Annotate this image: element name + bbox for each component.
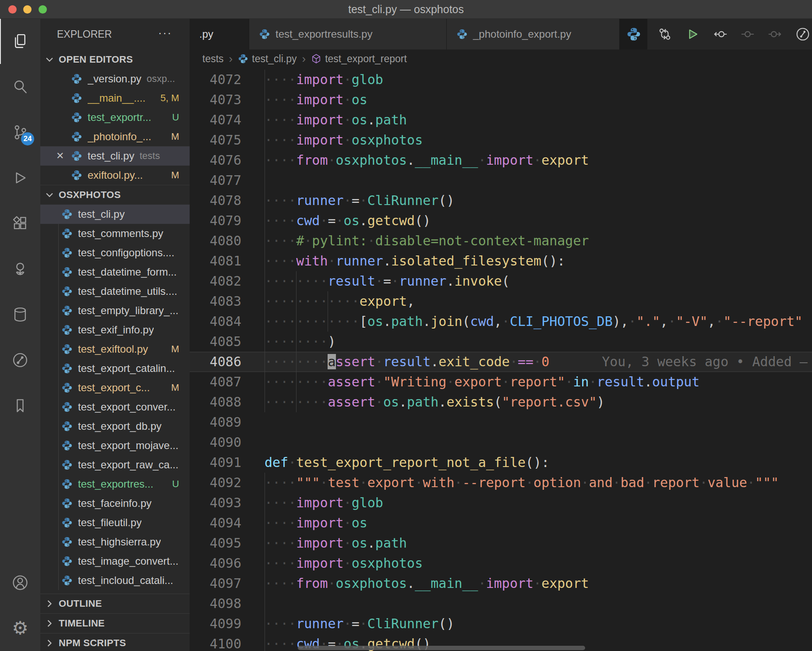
file-tree-item[interactable]: test_faceinfo.py [40, 494, 190, 513]
open-editor-item[interactable]: _version.py osxp... [40, 69, 190, 88]
code-editor[interactable]: 4072 ····import·glob 4073 ····import·os … [190, 68, 812, 651]
tab-test_exportresults.py[interactable]: test_exportresults.py [249, 18, 447, 50]
activity-extensions-icon[interactable] [0, 201, 40, 246]
code-line[interactable]: 4080 ····#·pylint:·disable=not-context-m… [190, 231, 812, 251]
breadcrumb-item[interactable]: test_cli.py [238, 53, 297, 65]
code-line[interactable]: 4084 ············[os.path.join(cwd,·CLI_… [190, 311, 812, 332]
activity-git-graph-icon[interactable] [0, 337, 40, 383]
history-graph-icon[interactable] [789, 18, 812, 50]
code-line[interactable]: 4079 ····cwd·=·os.getcwd() [190, 211, 812, 231]
more-actions-icon[interactable]: ··· [158, 26, 172, 40]
project-section-header[interactable]: OSXPHOTOS [40, 185, 190, 205]
file-tree-item[interactable]: test_cli.py [40, 205, 190, 224]
code-line[interactable]: 4081 ····with·runner.isolated_filesystem… [190, 251, 812, 271]
horizontal-scrollbar[interactable] [298, 646, 585, 650]
file-tree-item[interactable]: test_export_mojave... [40, 436, 190, 455]
code-line[interactable]: 4099 ····runner·=·CliRunner() [190, 614, 812, 634]
code-line[interactable]: 4094 ····import·os [190, 513, 812, 533]
tab-.py[interactable]: .py [190, 18, 249, 50]
code-line[interactable]: 4089 [190, 412, 812, 432]
code-line[interactable]: 4097 ····from·osxphotos.__main__·import·… [190, 573, 812, 594]
code-token-kw: import· [296, 92, 351, 107]
open-editor-item[interactable]: __main__.... 5, M [40, 88, 190, 108]
sidebar-section-outline[interactable]: OUTLINE [40, 594, 190, 613]
file-tree-item[interactable]: test_comments.py [40, 224, 190, 243]
code-line[interactable]: 4072 ····import·glob [190, 70, 812, 90]
code-line[interactable]: 4083 ············export, [190, 291, 812, 311]
file-tree-item[interactable]: test_datetime_utils.... [40, 282, 190, 301]
activity-files-icon[interactable] [0, 18, 40, 64]
file-tree-item[interactable]: test_exiftool.py M [40, 340, 190, 359]
breadcrumb-item[interactable]: test_export_report [311, 53, 407, 65]
code-line[interactable]: 4085 ········) [190, 332, 812, 352]
activity-account-icon[interactable] [0, 560, 40, 605]
activity-bookmark-icon[interactable] [0, 383, 40, 428]
activity-database-icon[interactable] [0, 292, 40, 337]
code-line[interactable]: 4086 ········assert·result.exit_code·==·… [190, 352, 812, 372]
git-status-badge: U [172, 478, 179, 490]
file-tree-item[interactable]: test_export_catalin... [40, 359, 190, 378]
code-line[interactable]: 4095 ····import·os.path [190, 533, 812, 553]
activity-plant-icon[interactable] [0, 246, 40, 292]
code-token-pun: [ [360, 314, 367, 329]
activity-settings-gear-icon[interactable]: ⚙ [0, 605, 40, 651]
file-tree-item[interactable]: test_exportres... U [40, 474, 190, 494]
file-tree-item[interactable]: test_empty_library_... [40, 301, 190, 320]
compare-changes-icon[interactable] [651, 18, 678, 50]
code-line[interactable]: 4078 ····runner·=·CliRunner() [190, 191, 812, 211]
code-line[interactable]: 4092 ····"""·test·export·with·--report·o… [190, 473, 812, 493]
file-tree-item[interactable]: test_exif_info.py [40, 320, 190, 340]
tab-label: _photoinfo_export.py [473, 28, 571, 40]
code-line[interactable]: 4093 ····import·glob [190, 493, 812, 513]
line-content: ····#·pylint:·disable=not-context-manage… [265, 231, 812, 251]
file-tree-item[interactable]: test_export_raw_ca... [40, 455, 190, 474]
code-token-fn: test_export_report_not_a_file [296, 455, 526, 470]
line-content: ····from·osxphotos.__main__·import·expor… [265, 573, 812, 594]
close-icon[interactable]: ✕ [56, 150, 71, 162]
file-tree-item[interactable]: test_fileutil.py [40, 513, 190, 532]
open-editor-item[interactable]: test_exportr... U [40, 108, 190, 127]
file-tree-item[interactable]: test_export_c... M [40, 378, 190, 397]
activity-source-control-icon[interactable]: 24 [0, 110, 40, 155]
activity-run-debug-icon[interactable] [0, 155, 40, 201]
nav-back-icon[interactable] [706, 18, 734, 50]
file-tree-item[interactable]: test_incloud_catali... [40, 571, 190, 590]
file-tree-item[interactable]: test_image_convert... [40, 552, 190, 571]
line-number: 4081 [190, 251, 241, 271]
code-line[interactable]: 4077 [190, 170, 812, 191]
code-line[interactable]: 4091 def·test_export_report_not_a_file()… [190, 453, 812, 473]
open-editor-item[interactable]: ✕ test_cli.py tests [40, 146, 190, 166]
code-line[interactable]: 4087 ········assert·"Writing·export·repo… [190, 372, 812, 392]
sidebar-section-timeline[interactable]: TIMELINE [40, 613, 190, 633]
file-tree-item[interactable]: test_highsierra.py [40, 532, 190, 552]
tab-_photoinfo_export.py[interactable]: _photoinfo_export.py [447, 18, 620, 50]
line-number: 4091 [190, 453, 241, 473]
sidebar-section-npm-scripts[interactable]: NPM SCRIPTS [40, 633, 190, 651]
open-editor-item[interactable]: exiftool.py... M [40, 166, 190, 185]
open-editor-item[interactable]: _photoinfo_... M [40, 127, 190, 146]
code-line[interactable]: 4090 [190, 432, 812, 453]
code-line[interactable]: 4088 ········assert·os.path.exists("repo… [190, 392, 812, 412]
code-token-pun: . [423, 314, 431, 329]
code-token-mod: path [375, 112, 407, 127]
code-line[interactable]: 4074 ····import·os.path [190, 110, 812, 130]
code-line[interactable]: 4096 ····import·osxphotos [190, 553, 812, 573]
file-tree-item[interactable]: test_export_conver... [40, 397, 190, 417]
code-line[interactable]: 4082 ········result·=·runner.invoke( [190, 271, 812, 291]
code-line[interactable]: 4076 ····from·osxphotos.__main__·import·… [190, 150, 812, 170]
git-status-badge: M [171, 382, 179, 393]
open-editors-header[interactable]: OPEN EDITORS [40, 50, 190, 69]
python-icon[interactable] [620, 18, 647, 50]
file-tree-item[interactable]: test_configoptions.... [40, 243, 190, 262]
line-content [265, 594, 812, 614]
file-tree-item[interactable]: test_export_db.py [40, 417, 190, 436]
code-line[interactable]: 4073 ····import·os [190, 90, 812, 110]
run-icon[interactable] [678, 18, 706, 50]
file-tree-item[interactable]: test_datetime_form... [40, 262, 190, 282]
nav-forward-icon[interactable] [761, 18, 789, 50]
activity-search-icon[interactable] [0, 64, 40, 110]
code-line[interactable]: 4075 ····import·osxphotos [190, 130, 812, 150]
breadcrumb-item[interactable]: tests [202, 53, 224, 65]
nav-dot-icon[interactable] [734, 18, 761, 50]
code-line[interactable]: 4098 [190, 594, 812, 614]
